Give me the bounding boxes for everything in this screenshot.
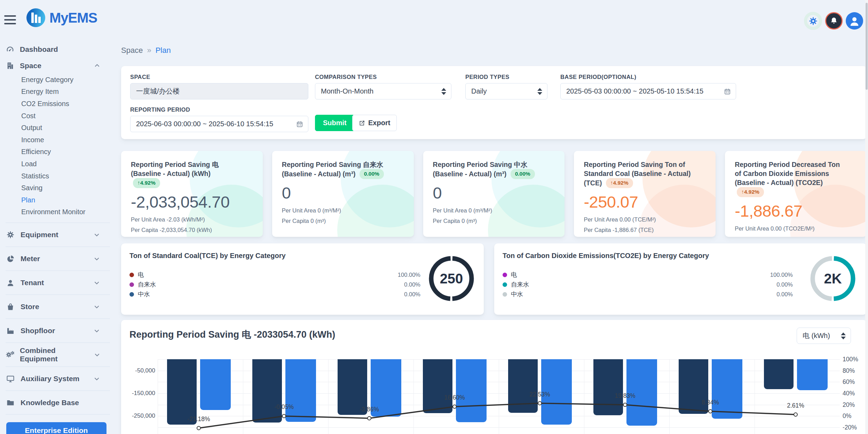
- summary-card-1: Reporting Period Saving 自来水 (Baseline - …: [272, 151, 414, 237]
- sidebar-item-tenant[interactable]: Tenant: [6, 271, 110, 295]
- sidebar-item-space[interactable]: Space: [6, 57, 110, 74]
- scrollbar-thumb[interactable]: [866, 3, 868, 90]
- sidebar-subitem-output[interactable]: Output: [21, 122, 110, 134]
- card-subtext: Per Unit Area -2.03 (kWh/M²)Per Capita -…: [131, 216, 253, 233]
- tco2e-donut-total: 2K: [807, 253, 858, 304]
- comparison-types-select[interactable]: Month-On-Month: [315, 83, 451, 99]
- comparison-types-label: COMPARISON TYPES: [315, 74, 451, 80]
- period-types-select[interactable]: Daily: [465, 83, 547, 99]
- topbar-actions: [804, 12, 863, 30]
- tco2e-donut-chart: 2K: [807, 253, 858, 304]
- rate-label: -3.86%: [347, 406, 392, 413]
- sidebar-item-dashboard[interactable]: Dashboard: [6, 41, 110, 57]
- external-link-icon: [359, 120, 365, 126]
- legend-item-中水[interactable]: 中水: [129, 289, 156, 299]
- sidebar-subitem-environment-monitor[interactable]: Environment Monitor: [21, 206, 110, 218]
- rate-label: 19.83%: [602, 392, 648, 400]
- saving-rate-line: [158, 359, 840, 434]
- legend-dot-icon: [129, 273, 134, 277]
- legend-dot-icon: [503, 282, 507, 287]
- sidebar-item-label: Dashboard: [20, 45, 58, 54]
- tce-legend-values: 100.00%0.00%0.00%: [398, 270, 420, 299]
- card-title: Reporting Period Saving 电 (Baseline - Ac…: [131, 160, 238, 188]
- submit-button[interactable]: Submit: [315, 115, 355, 131]
- breadcrumb-separator: »: [147, 46, 151, 55]
- chevron-up-icon: [93, 63, 102, 69]
- base-period-input[interactable]: 2025-05-03 00:00:00 ~ 2025-05-10 15:54:1…: [560, 83, 736, 99]
- sidebar-subitem-income[interactable]: Income: [21, 134, 110, 146]
- myems-logo-icon: [26, 8, 45, 27]
- breadcrumb-plan[interactable]: Plan: [156, 46, 171, 55]
- breadcrumb-space[interactable]: Space: [121, 46, 143, 55]
- sidebar-subitem-energy-item[interactable]: Energy Item: [21, 86, 110, 98]
- gear-icon: [6, 231, 15, 239]
- card-title: Reporting Period Saving 中水 (Baseline - A…: [433, 160, 540, 179]
- y-axis-left-tick: -150,000: [131, 390, 155, 397]
- legend-item-电[interactable]: 电: [503, 270, 529, 280]
- legend-item-自来水[interactable]: 自来水: [503, 280, 529, 289]
- space-input[interactable]: 一度城/办公楼: [130, 83, 308, 99]
- rate-label: -0.05%: [261, 403, 307, 411]
- brand-logo[interactable]: MyEMS: [26, 8, 97, 27]
- sidebar-item-equipment[interactable]: Equipment: [6, 223, 110, 247]
- sidebar-item-label: Space: [20, 62, 41, 70]
- user-avatar[interactable]: [846, 12, 863, 30]
- sidebar-item-auxiliary-system[interactable]: Auxiliary System: [6, 367, 110, 391]
- y-axis-right-tick: -20%: [843, 424, 857, 431]
- sidebar-item-combined-equipment[interactable]: Combined Equipment: [6, 343, 110, 367]
- sidebar-subitem-saving[interactable]: Saving: [21, 182, 110, 194]
- pie-chart-icon: [6, 255, 15, 263]
- sidebar-item-knowledge-base[interactable]: Knowledge Base: [6, 391, 110, 415]
- card-value: -2,033,054.70: [131, 192, 253, 211]
- chevron-down-icon: [92, 376, 102, 382]
- export-button[interactable]: Export: [352, 115, 397, 131]
- y-axis-left-tick: -250,000: [131, 412, 155, 419]
- legend-value: 0.00%: [770, 289, 793, 299]
- sidebar-groups: EquipmentMeterTenantStoreShopfloorCombin…: [6, 223, 110, 415]
- chevron-down-icon: [92, 280, 102, 286]
- sidebar-item-meter[interactable]: Meter: [6, 247, 110, 271]
- notifications-button[interactable]: [825, 12, 843, 30]
- bag-icon: [6, 303, 15, 311]
- factory-icon: [6, 327, 15, 335]
- legend-dot-icon: [129, 292, 134, 297]
- card-subtext: Per Unit Area 0.00 (TCE/M²)Per Capita -1…: [584, 216, 706, 233]
- space-submenu: Energy CategoryEnergy ItemCO2 EmissionsC…: [21, 74, 110, 218]
- sidebar-subitem-efficiency[interactable]: Efficiency: [21, 146, 110, 158]
- enterprise-edition-button[interactable]: Enterprise Edition: [6, 422, 106, 434]
- chart-plot: -21.18%-0.05%-3.86%16.60%22.53%19.83%8.3…: [158, 359, 840, 434]
- card-subtext: Per Unit Area 0.00 (TCO2E/M²)Per Capita …: [735, 225, 857, 237]
- settings-button[interactable]: [804, 12, 822, 30]
- card-change-badge: 0.00%: [360, 169, 384, 179]
- legend-value: 0.00%: [398, 289, 420, 299]
- reporting-period-input[interactable]: 2025-06-03 00:00:00 ~ 2025-06-10 15:54:1…: [130, 116, 308, 132]
- sidebar-subitem-energy-category[interactable]: Energy Category: [21, 74, 110, 86]
- period-types-label: PERIOD TYPES: [465, 74, 547, 80]
- legend-item-自来水[interactable]: 自来水: [129, 280, 156, 289]
- legend-value: 100.00%: [770, 270, 793, 280]
- card-value: 0: [282, 183, 404, 202]
- y-axis-right-tick: 60%: [843, 378, 855, 386]
- sidebar-item-shopfloor[interactable]: Shopfloor: [6, 319, 110, 343]
- sidebar-subitem-plan[interactable]: Plan: [21, 194, 110, 206]
- gears-icon: [6, 351, 15, 359]
- user-icon: [848, 15, 861, 27]
- sidebar-item-store[interactable]: Store: [6, 295, 110, 319]
- legend-item-中水[interactable]: 中水: [503, 289, 529, 299]
- tco2e-legend-values: 100.00%0.00%0.00%: [770, 270, 793, 299]
- hamburger-menu-icon[interactable]: [4, 15, 17, 24]
- sidebar-subitem-cost[interactable]: Cost: [21, 110, 110, 122]
- gear-icon: [808, 16, 818, 26]
- sidebar-nav: Dashboard Space Energy CategoryEnergy It…: [0, 41, 116, 415]
- legend-item-电[interactable]: 电: [129, 270, 156, 280]
- sidebar-subitem-co2-emissions[interactable]: CO2 Emissions: [21, 98, 110, 110]
- y-axis-right-tick: 100%: [843, 356, 858, 363]
- sidebar-subitem-statistics[interactable]: Statistics: [21, 170, 110, 182]
- tce-donut-total: 250: [426, 253, 477, 304]
- sidebar-subitem-load[interactable]: Load: [21, 158, 110, 170]
- chevron-down-icon: [92, 232, 102, 238]
- energy-unit-select[interactable]: 电 (kWh): [797, 328, 851, 344]
- rate-label: 8.34%: [688, 399, 733, 406]
- card-title: Reporting Period Decreased Ton of Carbon…: [735, 160, 842, 197]
- filter-form-panel: SPACE 一度城/办公楼 COMPARISON TYPES Month-On-…: [121, 66, 867, 139]
